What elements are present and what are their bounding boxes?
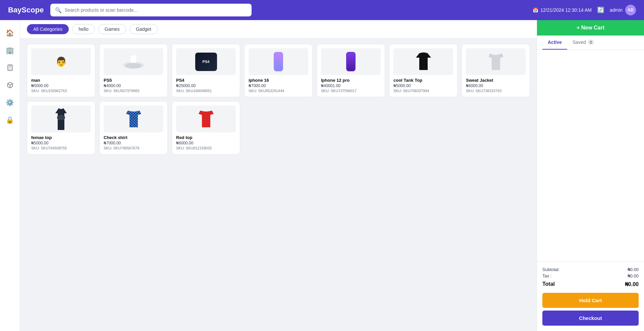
product-image-redtop (176, 106, 236, 132)
product-sku: SKU: SKU737596017 (321, 89, 381, 93)
product-card-iphone16[interactable]: iphone 16 ₦7000.00 SKU: SKU653291444 (244, 44, 313, 97)
sidebar-item-building[interactable]: 🏢 (3, 43, 17, 58)
logo: BayScope (8, 6, 44, 14)
sidebar-item-home[interactable]: 🏠 (3, 25, 17, 40)
product-name: Sweat Jacket (466, 78, 526, 83)
username-text: admin (610, 7, 623, 13)
search-icon: 🔍 (55, 7, 62, 13)
product-name: cool Tank Top (393, 78, 453, 83)
product-price: ₦6000.00 (176, 141, 236, 145)
search-bar: 🔍 ⠿ (50, 4, 252, 16)
product-card-redtop[interactable]: Red top ₦6000.00 SKU: SKU812159025 (172, 101, 240, 154)
subtotal-row: Subtotal: ₦0.00 (542, 267, 639, 272)
sidebar: 🏠 🏢 ⚙️ 🔒 (0, 20, 20, 331)
hold-cart-button[interactable]: Hold Cart (542, 293, 639, 308)
product-card-femaletop[interactable]: femae top ₦5000.00 SKU: SKU764938755 (27, 101, 95, 154)
subtotal-label: Subtotal: (542, 267, 559, 272)
product-image-iphone16 (249, 48, 308, 75)
product-price: ₦5000.00 (31, 83, 91, 88)
new-cart-button[interactable]: + New Cart (537, 20, 644, 36)
category-bar: All Categories hello Games Gadget (20, 20, 537, 39)
product-price: ₦6000.00 (466, 83, 526, 88)
datetime: 📅 12/21/2024 12:30:14 AM (533, 7, 592, 13)
subtotal-value: ₦0.00 (628, 267, 639, 272)
sidebar-item-cube[interactable] (3, 78, 17, 92)
qr-button[interactable]: ⠿ (236, 4, 247, 16)
svg-point-13 (57, 115, 65, 120)
search-input[interactable] (64, 7, 233, 13)
product-image-femaletop (31, 106, 91, 132)
product-name: Check shirt (104, 135, 163, 140)
checkout-button[interactable]: Checkout (542, 311, 639, 326)
product-card-jacket[interactable]: Sweat Jacket ₦6000.00 SKU: SKU738315763 (462, 44, 530, 97)
avatar: AD (625, 5, 636, 15)
total-value: ₦0.00 (625, 281, 639, 287)
right-panel: + New Cart Active Saved 0 Subtotal: ₦0.0… (537, 20, 644, 331)
logo-text: BayScope (8, 6, 44, 14)
tax-label: Tax : (542, 273, 551, 278)
product-price: ₦5000.00 (31, 141, 91, 145)
product-name: Red top (176, 135, 236, 140)
product-image-tanktop (393, 48, 453, 75)
product-image-ps5 (104, 48, 163, 75)
category-games[interactable]: Games (98, 24, 126, 34)
product-price: ₦4000.00 (104, 83, 163, 88)
product-price: ₦7000.00 (104, 141, 163, 145)
header-right: 📅 12/21/2024 12:30:14 AM 🔄 admin AD (533, 5, 636, 15)
category-hello[interactable]: hello (72, 24, 95, 34)
product-name: Iphone 12 pro (321, 78, 381, 83)
product-price: ₦25000.00 (176, 83, 236, 88)
tax-value: ₦0.00 (628, 273, 639, 278)
product-name: iphone 16 (249, 78, 308, 83)
sidebar-item-settings[interactable]: ⚙️ (3, 95, 17, 110)
tab-active[interactable]: Active (542, 36, 567, 50)
product-name: PS5 (104, 78, 163, 83)
header: BayScope 🔍 ⠿ 📅 12/21/2024 12:30:14 AM 🔄 … (0, 0, 644, 20)
refresh-button[interactable]: 🔄 (597, 6, 604, 14)
cart-tabs: Active Saved 0 (537, 36, 644, 50)
admin-info: admin AD (610, 5, 636, 15)
product-sku: SKU: SKU738315763 (466, 89, 526, 93)
product-sku: SKU: SKU507979983 (104, 89, 163, 93)
product-image-iphone12 (321, 48, 381, 75)
product-image-man: 👨 (31, 48, 91, 75)
product-price: ₦40001.00 (321, 83, 381, 88)
category-all[interactable]: All Categories (27, 24, 69, 34)
cart-body (537, 50, 644, 261)
products-area: 👨 man ₦5000.00 SKU: SKU150962763 (20, 39, 537, 331)
svg-point-12 (125, 63, 142, 69)
product-card-tanktop[interactable]: cool Tank Top ₦5000.00 SKU: SKU708337994 (389, 44, 458, 97)
product-sku: SKU: SKU764938755 (31, 146, 91, 150)
product-card-ps4[interactable]: PS4 PS4 ₦25000.00 SKU: SKU160049051 (172, 44, 240, 97)
product-sku: SKU: SKU812159025 (176, 146, 236, 150)
sidebar-item-calculator[interactable] (3, 60, 17, 75)
datetime-text: 12/21/2024 12:30:14 AM (540, 7, 592, 13)
product-image-ps4: PS4 (176, 48, 236, 75)
calendar-icon: 📅 (533, 7, 538, 13)
product-sku: SKU: SKU790567679 (104, 146, 163, 150)
product-card-iphone12[interactable]: Iphone 12 pro ₦40001.00 SKU: SKU73759601… (317, 44, 385, 97)
total-row: Total ₦0.00 (542, 281, 639, 287)
tab-saved[interactable]: Saved 0 (567, 36, 599, 50)
saved-badge: 0 (588, 40, 594, 45)
sidebar-item-lock[interactable]: 🔒 (3, 113, 17, 127)
main-layout: 🏠 🏢 ⚙️ 🔒 Al (0, 20, 644, 331)
product-image-checkshirt (104, 106, 163, 132)
product-sku: SKU: SKU150962763 (31, 89, 91, 93)
total-label: Total (542, 281, 555, 287)
product-sku: SKU: SKU160049051 (176, 89, 236, 93)
product-price: ₦7000.00 (249, 83, 308, 88)
product-name: PS4 (176, 78, 236, 83)
product-price: ₦5000.00 (393, 83, 453, 88)
cart-footer: Subtotal: ₦0.00 Tax : ₦0.00 Total ₦0.00 … (537, 261, 644, 331)
product-name: femae top (31, 135, 91, 140)
product-card-man[interactable]: 👨 man ₦5000.00 SKU: SKU150962763 (27, 44, 95, 97)
product-sku: SKU: SKU708337994 (393, 89, 453, 93)
product-image-jacket (466, 48, 526, 75)
tax-row: Tax : ₦0.00 (542, 273, 639, 278)
category-gadget[interactable]: Gadget (129, 24, 158, 34)
product-card-ps5[interactable]: PS5 ₦4000.00 SKU: SKU507979983 (99, 44, 168, 97)
products-grid: 👨 man ₦5000.00 SKU: SKU150962763 (27, 44, 530, 154)
product-sku: SKU: SKU653291444 (249, 89, 308, 93)
product-card-checkshirt[interactable]: Check shirt ₦7000.00 SKU: SKU790567679 (99, 101, 168, 154)
